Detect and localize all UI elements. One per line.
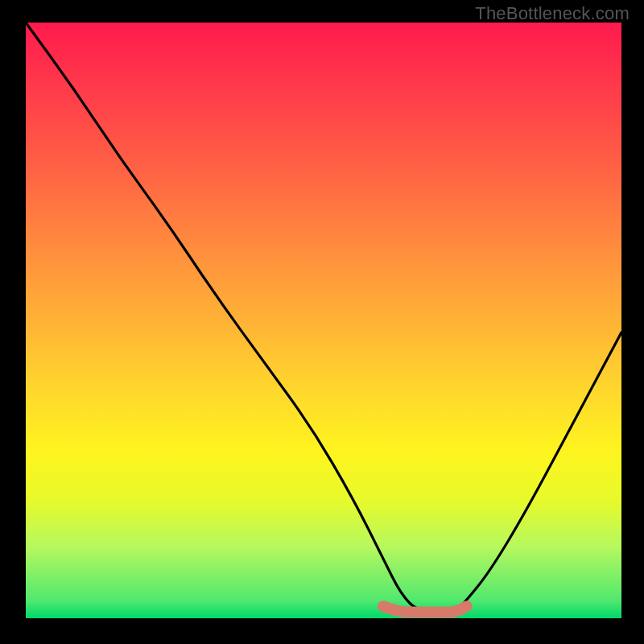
watermark-text: TheBottleneck.com xyxy=(475,3,630,24)
bottleneck-curve-path xyxy=(26,23,621,613)
chart-frame xyxy=(26,23,621,618)
chart-svg xyxy=(26,23,621,618)
highlight-band-path xyxy=(383,606,467,612)
